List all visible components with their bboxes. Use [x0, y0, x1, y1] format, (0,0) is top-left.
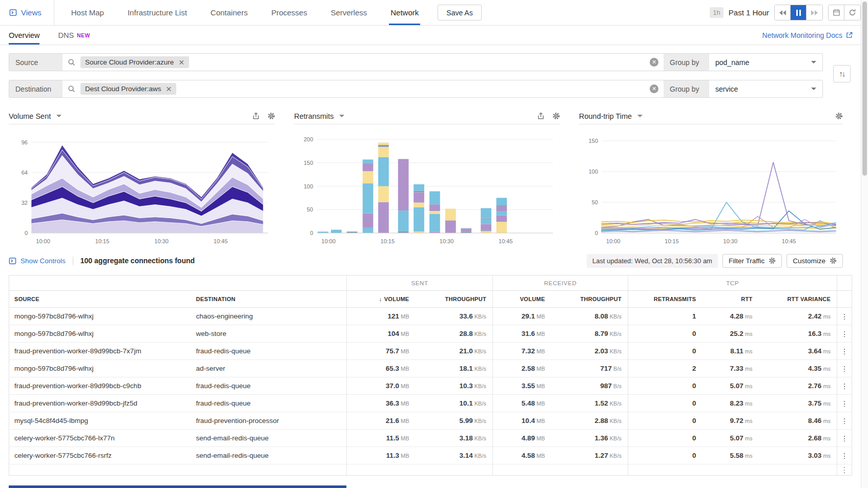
connection-row[interactable]: celery-worker-5775cbc766-rsrfzsend-email…	[9, 447, 852, 464]
views-button[interactable]: Views	[0, 0, 54, 25]
scrollbar-thumb[interactable]	[862, 2, 867, 176]
source-filter-row: Source Source Cloud Provider:azure ✕ ✕ G…	[9, 53, 823, 71]
retransmits-chart[interactable]: 05010015020010:0010:1510:3010:45	[294, 128, 559, 246]
network-monitoring-docs-link[interactable]: Network Monitoring Docs	[762, 26, 853, 45]
customize-button[interactable]: Customize	[787, 254, 843, 268]
rtt-variance-cell: 16.3ms	[759, 325, 837, 343]
retransmits-cell: 0	[628, 430, 702, 447]
column-header-sent-volume[interactable]: ↓VOLUME	[347, 291, 416, 308]
pause-button[interactable]	[791, 5, 807, 20]
column-header-received-throughput[interactable]: THROUGHPUT	[551, 291, 628, 308]
tab-dns[interactable]: DNS NEW	[58, 26, 90, 45]
svg-text:10:30: 10:30	[154, 238, 169, 244]
row-menu-button[interactable]: ⋮	[837, 308, 852, 325]
nav-item-processes[interactable]: Processes	[259, 0, 319, 25]
remove-source-tag-icon[interactable]: ✕	[178, 59, 184, 66]
filter-traffic-button[interactable]: Filter Traffic	[722, 254, 782, 268]
column-header-rtt-variance[interactable]: RTT VARIANCE	[759, 291, 837, 308]
nav-item-host-map[interactable]: Host Map	[59, 0, 116, 25]
source-filter-input[interactable]: Source Cloud Provider:azure ✕ ✕	[63, 54, 664, 71]
show-controls-button[interactable]: Show Controls	[9, 257, 66, 265]
refresh-button[interactable]	[844, 5, 860, 20]
connections-table: SENT RECEIVED TCP SOURCE DESTINATION ↓VO…	[9, 275, 852, 476]
tab-overview[interactable]: Overview	[9, 26, 39, 45]
connection-row[interactable]: celery-worker-5775cbc766-lx77nsend-email…	[9, 430, 852, 447]
column-header-received-volume[interactable]: VOLUME	[493, 291, 551, 308]
swap-source-destination-button[interactable]: ↑↓	[833, 65, 851, 82]
rtt-variance-cell: 3.03ms	[759, 447, 837, 464]
destination-group-by-select[interactable]: service	[709, 80, 822, 97]
connection-row[interactable]: mysql-54c8f4d45-lbmpgfraud-prevention-pr…	[9, 412, 852, 430]
rtt-cell: 4.28ms	[702, 308, 759, 325]
nav-item-network[interactable]: Network	[379, 0, 430, 25]
customize-label: Customize	[793, 257, 825, 265]
column-header-retransmits[interactable]: RETRANSMITS	[628, 291, 702, 308]
source-group-by-label: Group by	[664, 54, 709, 71]
calendar-button[interactable]	[829, 5, 844, 20]
nav-item-infrastructure-list[interactable]: Infrastructure List	[116, 0, 199, 25]
volume-sent-chart[interactable]: 032649610:0010:1510:3010:45	[9, 128, 274, 246]
sent-throughput-cell: 28.8KB/s	[416, 325, 493, 343]
clear-source-filter-icon[interactable]: ✕	[650, 58, 658, 67]
connection-row[interactable]: fraud-prevention-worker-89d99bcb-jfz5dfr…	[9, 395, 852, 412]
sent-volume-cell: 36.3MB	[347, 395, 416, 412]
clear-destination-filter-icon[interactable]: ✕	[650, 84, 658, 93]
source-filter-tag[interactable]: Source Cloud Provider:azure ✕	[80, 56, 189, 68]
calendar-icon	[833, 9, 840, 16]
destination-cell: web-store	[191, 325, 347, 343]
connection-row[interactable]: mongo-597bc8d796-wlhxjweb-store104MB28.8…	[9, 325, 852, 343]
nav-item-serverless[interactable]: Serverless	[319, 0, 379, 25]
time-forward-button[interactable]	[807, 5, 822, 20]
retransmits-cell: 2	[628, 360, 702, 377]
views-icon	[9, 9, 17, 16]
connection-row[interactable]: fraud-prevention-worker-89d99bcb-7x7jmfr…	[9, 343, 852, 360]
calendar-refresh-button-group	[828, 5, 861, 20]
row-menu-button[interactable]: ⋮	[837, 343, 852, 360]
row-menu-button[interactable]: ⋮	[837, 377, 852, 395]
chart-title: Volume Sent	[9, 112, 51, 120]
pause-icon	[796, 10, 801, 16]
connection-row[interactable]: fraud-prevention-worker-89d99bcb-c9chbfr…	[9, 377, 852, 395]
chart-settings-button[interactable]	[835, 112, 843, 120]
export-chart-button[interactable]	[537, 112, 545, 120]
column-header-destination[interactable]: DESTINATION	[191, 291, 347, 308]
remove-destination-tag-icon[interactable]: ✕	[166, 86, 172, 93]
retransmits-cell: 0	[628, 395, 702, 412]
column-header-sent-throughput[interactable]: THROUGHPUT	[416, 291, 493, 308]
retransmits-cell: 0	[628, 377, 702, 395]
connection-row[interactable]: mongo-597bc8d796-wlhxjchaos-engineering1…	[9, 308, 852, 325]
export-icon	[252, 112, 260, 120]
volume-sent-title-dropdown[interactable]: Volume Sent	[9, 112, 61, 120]
svg-text:200: 200	[304, 136, 313, 142]
destination-filter-input[interactable]: Dest Cloud Provider:aws ✕ ✕	[63, 80, 664, 97]
round-trip-time-title-dropdown[interactable]: Round-trip Time	[579, 112, 643, 120]
retransmits-title-dropdown[interactable]: Retransmits	[294, 112, 344, 120]
rtt-cell: 5.58ms	[702, 447, 759, 464]
export-chart-button[interactable]	[252, 112, 260, 120]
row-menu-button[interactable]: ⋮	[837, 430, 852, 447]
source-group-by-select[interactable]: pod_name	[709, 54, 822, 71]
row-menu-button[interactable]: ⋮	[837, 412, 852, 430]
gear-icon	[830, 257, 837, 264]
row-menu-button[interactable]: ⋮	[837, 325, 852, 343]
connection-row[interactable]: mongo-597bc8d796-wlhxjad-server65.3MB18.…	[9, 360, 852, 377]
column-header-rtt[interactable]: RTT	[702, 291, 759, 308]
time-backward-button[interactable]	[775, 5, 791, 20]
column-header-source[interactable]: SOURCE	[9, 291, 191, 308]
chart-settings-button[interactable]	[552, 112, 560, 120]
top-nav: Views Host Map Infrastructure List Conta…	[0, 0, 868, 26]
vertical-scrollbar[interactable]	[861, 0, 868, 488]
destination-filter-tag[interactable]: Dest Cloud Provider:aws ✕	[80, 83, 176, 95]
connection-row-partial[interactable]: ⋮	[9, 464, 852, 476]
table-controls-row: Show Controls 100 aggregate connections …	[9, 252, 843, 269]
rtt-variance-cell: 2.42ms	[759, 308, 837, 325]
row-menu-button[interactable]: ⋮	[837, 447, 852, 464]
nav-item-containers[interactable]: Containers	[199, 0, 260, 25]
round-trip-time-chart[interactable]: 05010015010:0010:1510:3010:45	[579, 128, 842, 246]
row-menu-button[interactable]: ⋮	[837, 395, 852, 412]
rtt-cell: 5.07ms	[702, 377, 759, 395]
row-menu-button[interactable]: ⋮	[837, 360, 852, 377]
retransmits-cell: 0	[628, 343, 702, 360]
chart-settings-button[interactable]	[267, 112, 275, 120]
save-as-button[interactable]: Save As	[438, 5, 481, 20]
